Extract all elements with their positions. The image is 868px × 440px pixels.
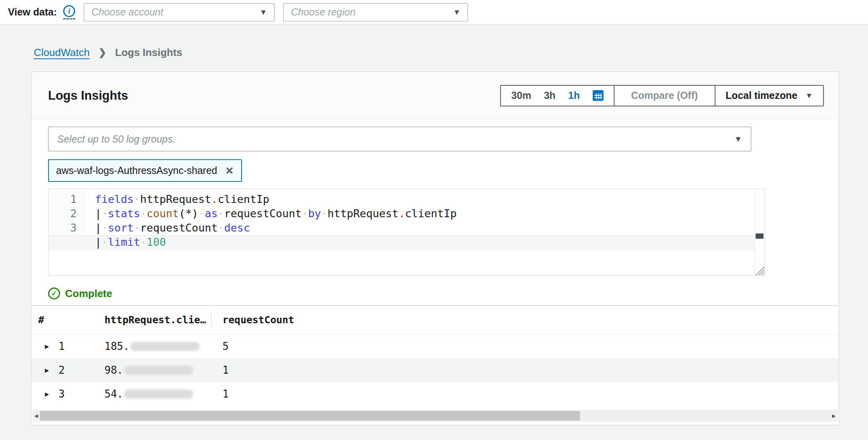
log-group-placeholder: Select up to 50 log groups.: [57, 133, 175, 145]
timezone-dropdown[interactable]: Local timezone ▼: [715, 85, 824, 106]
scroll-left-arrow-icon[interactable]: ◀: [33, 410, 40, 422]
log-group-select[interactable]: Select up to 50 log groups. ▼: [48, 127, 751, 151]
status-label: Complete: [65, 288, 112, 300]
request-count-cell: 1: [211, 388, 839, 400]
info-icon[interactable]: i: [63, 5, 75, 17]
breadcrumb-cloudwatch-link[interactable]: CloudWatch: [34, 46, 90, 59]
query-token: limit: [108, 236, 140, 248]
row-number: 3: [58, 388, 65, 400]
chevron-down-icon: ▼: [734, 135, 742, 144]
panel-body: Select up to 50 log groups. ▼ aws-waf-lo…: [31, 120, 839, 301]
query-token: ·: [134, 222, 140, 234]
query-token: ·: [101, 207, 108, 220]
client-ip-cell: 54.: [104, 388, 211, 400]
compare-button-label: Compare (Off): [631, 90, 698, 101]
query-token: |: [95, 222, 101, 234]
selected-log-groups: aws-waf-logs-AuthressAsync-shared✕: [48, 159, 839, 182]
table-horizontal-scrollbar[interactable]: ◀ ▶: [33, 410, 837, 422]
query-token: ·: [218, 222, 224, 234]
chevron-down-icon: ▼: [805, 91, 813, 100]
expand-row-icon[interactable]: ▶: [45, 342, 49, 350]
table-scrollbar-thumb[interactable]: [40, 411, 580, 421]
view-data-bar: View data: i Choose account ▼ Choose reg…: [0, 0, 868, 25]
query-editor[interactable]: 1234 fields·httpRequest.clientIp|·stats·…: [48, 189, 765, 276]
row-number: 2: [58, 364, 65, 376]
info-link[interactable]: i: [63, 5, 75, 19]
breadcrumb-chevron-icon: ❯: [99, 47, 106, 58]
table-row[interactable]: ▶298.1: [31, 358, 839, 382]
query-token: fields: [95, 193, 134, 205]
query-token: httpRequest: [327, 207, 398, 220]
expand-row-icon[interactable]: ▶: [45, 390, 49, 398]
query-token: |: [95, 207, 101, 220]
compare-button[interactable]: Compare (Off): [614, 85, 715, 106]
query-token: ·: [218, 207, 224, 220]
query-token: ·: [101, 236, 108, 248]
query-token: ·: [321, 207, 327, 220]
request-count-cell: 1: [211, 364, 839, 376]
query-status: ✓ Complete: [48, 286, 839, 301]
chevron-down-icon: ▼: [453, 8, 460, 17]
column-header-requestcount[interactable]: requestCount: [211, 312, 839, 328]
redacted-ip-blur: [124, 390, 193, 399]
breadcrumb-current: Logs Insights: [115, 46, 182, 59]
redacted-ip-blur: [130, 342, 200, 351]
account-select[interactable]: Choose account ▼: [84, 3, 275, 21]
remove-log-group-icon[interactable]: ✕: [225, 166, 234, 176]
editor-vertical-scrollbar[interactable]: [754, 189, 765, 276]
query-token: stats: [108, 207, 140, 220]
client-ip-prefix: 185.: [104, 340, 130, 352]
query-token: by: [308, 207, 321, 220]
query-token: ·: [198, 207, 205, 220]
query-token: (*): [179, 207, 198, 220]
time-range-1h[interactable]: 1h: [568, 90, 580, 101]
time-range-3h[interactable]: 3h: [544, 90, 555, 101]
query-token: clientIp: [218, 193, 269, 205]
table-row[interactable]: ▶354.1: [31, 382, 839, 406]
editor-scrollbar-thumb[interactable]: [756, 234, 764, 239]
query-token: desc: [224, 222, 250, 234]
scroll-right-arrow-icon[interactable]: ▶: [830, 410, 837, 422]
client-ip-prefix: 98.: [104, 364, 123, 376]
line-number: 3: [48, 221, 77, 235]
row-index-cell: ▶2: [31, 364, 104, 376]
client-ip-cell: 98.: [104, 364, 211, 376]
log-group-chip[interactable]: aws-waf-logs-AuthressAsync-shared✕: [48, 159, 242, 182]
column-header-index[interactable]: #: [31, 314, 104, 326]
query-code[interactable]: fields·httpRequest.clientIp|·stats·count…: [86, 192, 456, 249]
table-row[interactable]: ▶1185.5: [31, 334, 839, 358]
region-select-placeholder: Choose region: [291, 6, 356, 18]
timezone-label: Local timezone: [726, 90, 798, 101]
row-index-cell: ▶1: [31, 340, 104, 352]
row-index-cell: ▶3: [31, 388, 104, 400]
calendar-icon[interactable]: [593, 90, 603, 101]
query-token: requestCount: [140, 222, 218, 234]
query-token: ·: [140, 207, 147, 220]
column-header-clientip[interactable]: httpRequest.clie…: [104, 314, 211, 326]
query-token: .: [211, 193, 218, 205]
log-group-chip-label: aws-waf-logs-AuthressAsync-shared: [56, 165, 217, 176]
query-line: |·limit·100: [95, 235, 456, 249]
line-number: 2: [48, 206, 77, 221]
check-circle-icon: ✓: [48, 288, 60, 299]
redacted-ip-blur: [124, 366, 193, 375]
table-header-row: # httpRequest.clie… requestCount: [31, 306, 839, 334]
time-range-30m[interactable]: 30m: [511, 90, 531, 101]
query-token: .: [398, 207, 405, 220]
row-number: 1: [58, 340, 65, 352]
chevron-down-icon: ▼: [259, 8, 267, 17]
client-ip-cell: 185.: [104, 340, 211, 352]
page-title: Logs Insights: [48, 89, 128, 103]
query-token: 100: [147, 236, 166, 248]
breadcrumb: CloudWatch ❯ Logs Insights: [34, 45, 868, 60]
region-select[interactable]: Choose region ▼: [283, 3, 468, 21]
query-token: ·: [140, 236, 147, 248]
logs-insights-panel: Logs Insights 30m 3h 1h Compare (Off) Lo…: [31, 71, 839, 425]
panel-header: Logs Insights 30m 3h 1h Compare (Off) Lo…: [31, 72, 839, 120]
query-token: as: [205, 207, 218, 220]
results-table: # httpRequest.clie… requestCount ▶1185.5…: [31, 305, 839, 422]
query-line: |·sort·requestCount·desc: [95, 221, 456, 235]
query-token: count: [147, 207, 179, 220]
expand-row-icon[interactable]: ▶: [45, 366, 49, 374]
query-token: ·: [302, 207, 308, 220]
